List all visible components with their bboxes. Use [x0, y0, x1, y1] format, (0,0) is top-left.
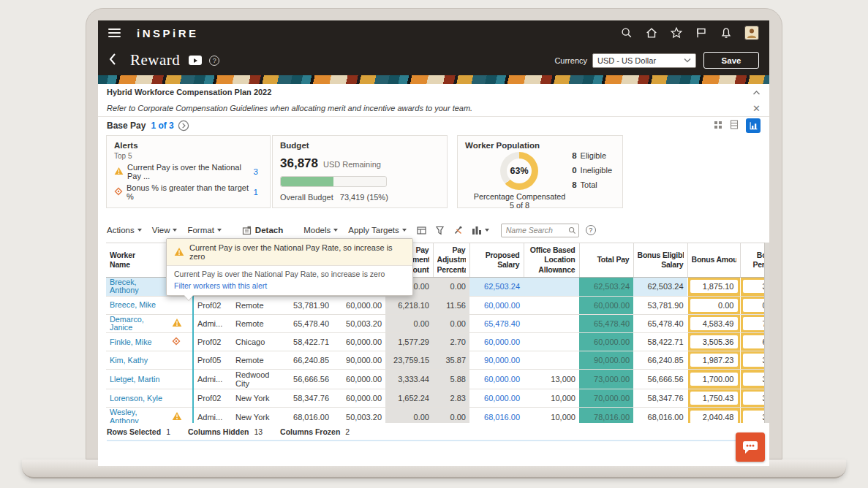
user-avatar[interactable]	[744, 26, 759, 40]
back-chevron-icon[interactable]	[108, 53, 118, 69]
diamond-icon	[172, 337, 181, 346]
bonus-value-input[interactable]: 1,875.10	[690, 280, 738, 293]
list-view-icon[interactable]	[730, 119, 739, 132]
worker-name-link[interactable]: Kim, Kathy	[110, 357, 165, 365]
worker-name-link[interactable]: Breece, Mike	[110, 301, 165, 309]
worker-row[interactable]: Kim, KathyProf05Remote66,240.8590,000.00…	[106, 351, 769, 370]
help-icon[interactable]: ?	[209, 56, 219, 66]
grid-cell: 60,000.00	[333, 370, 385, 389]
chart-view-icon[interactable]	[746, 118, 761, 133]
alert-count-link[interactable]: 3	[254, 167, 263, 176]
bonus-value-input[interactable]: 4,583.49	[690, 317, 738, 330]
worker-name-link[interactable]: Lorenson, Kyle	[110, 394, 165, 403]
chat-icon[interactable]	[736, 432, 765, 462]
worker-name-link[interactable]: Wesley, Anthony	[110, 408, 165, 423]
grid-cell: Admi...	[193, 408, 232, 423]
models-menu[interactable]: Models	[303, 226, 338, 235]
budget-card-title: Budget	[280, 141, 439, 150]
search-icon[interactable]	[620, 26, 633, 39]
grid-cell: 58,422.71	[633, 333, 687, 351]
detach-button[interactable]: Detach	[242, 226, 283, 235]
bonus-value-input[interactable]: 2,040.48	[690, 411, 738, 423]
collapse-chevron-icon[interactable]	[752, 85, 761, 99]
total-pay-cell: 70,000.00	[579, 389, 633, 408]
top-bar: iNSPiRE	[98, 20, 769, 45]
menu-icon[interactable]	[108, 28, 121, 37]
alerts-card: Alerts Top 5 Current Pay is over the Nat…	[106, 135, 271, 208]
worker-name-cell: Breece, Mike	[106, 296, 168, 314]
home-icon[interactable]	[645, 26, 658, 39]
bonus-input-cell: 1,875.10	[687, 278, 740, 297]
grid-cell: 60,000.00	[333, 389, 385, 408]
worker-name-link[interactable]: Demarco, Janice	[110, 316, 165, 332]
proposed-salary-link[interactable]: 60,000.00	[484, 301, 520, 310]
column-header[interactable]: PayAdjustmenPercentag	[433, 243, 469, 278]
worker-name-cell: Kim, Kathy	[106, 351, 168, 370]
currency-select[interactable]: USD - US Dollar	[592, 53, 696, 68]
population-stat: 8Total	[572, 180, 612, 189]
alerts-card-title: Alerts	[114, 141, 263, 150]
bonus-value-input[interactable]: 0.00	[690, 299, 738, 312]
bonus-value-input[interactable]: 1,987.23	[690, 354, 738, 367]
proposed-salary-link[interactable]: 90,000.00	[484, 356, 520, 365]
filter-workers-link[interactable]: Filter workers with this alert	[167, 280, 412, 295]
proposed-salary-link[interactable]: 62,503.24	[484, 282, 520, 291]
bonus-value-input[interactable]: 1,700.00	[690, 373, 738, 386]
grid-cell: Remote	[232, 296, 286, 314]
column-header[interactable]: Bonus Amount	[687, 243, 740, 278]
proposed-salary-link[interactable]: 65,478.40	[484, 319, 520, 328]
population-stat: 0Ineligible	[572, 166, 612, 175]
worker-row[interactable]: Demarco, JaniceAdmi...Remote65,478.4050,…	[106, 314, 769, 333]
total-pay-cell: 62,503.24	[579, 278, 633, 297]
worker-row[interactable]: Finkle, MikeProf02Chicago58,422.7160,000…	[106, 333, 769, 351]
alert-summary-text: Bonus % is greater than the target %	[127, 183, 254, 201]
column-header[interactable]: WorkerName	[106, 243, 168, 278]
notifications-bell-icon[interactable]	[720, 26, 733, 39]
worker-name-link[interactable]: Brecek, Anthony	[110, 278, 165, 295]
bonus-value-input[interactable]: 3,505.36	[690, 335, 738, 348]
alert-cell	[168, 351, 193, 370]
calculated-cell: 6,218.10	[385, 296, 433, 314]
diamond-icon	[114, 186, 123, 199]
column-settings-icon[interactable]	[472, 226, 489, 235]
flag-icon[interactable]	[695, 26, 708, 39]
bonus-value-input[interactable]: 1,750.43	[690, 392, 738, 405]
column-header[interactable]: ProposedSalary	[469, 243, 524, 278]
worker-row[interactable]: Lletget, MartinAdmi...Redwood City56,666…	[106, 370, 769, 389]
next-section-icon[interactable]	[178, 120, 189, 131]
actions-menu[interactable]: Actions	[107, 226, 142, 235]
column-header[interactable]: Office BasedLocationAllowance	[524, 243, 579, 278]
grid-cell	[524, 351, 579, 370]
calculated-cell: 5.88	[433, 370, 469, 389]
apply-targets-menu[interactable]: Apply Targets	[348, 226, 406, 235]
proposed-salary-link[interactable]: 60,000.00	[484, 375, 520, 384]
tools-icon[interactable]	[453, 226, 463, 235]
close-icon[interactable]: ✕	[752, 104, 761, 113]
help-icon[interactable]: ?	[586, 225, 596, 235]
worker-name-link[interactable]: Lletget, Martin	[110, 375, 165, 384]
population-caption: Percentage Compensated 5 of 8	[459, 192, 580, 210]
worker-name-link[interactable]: Finkle, Mike	[110, 338, 165, 346]
worker-row[interactable]: Breece, MikeProf02Remote53,781.9060,000.…	[106, 296, 769, 314]
calculated-cell: 3,333.44	[385, 370, 433, 389]
video-icon[interactable]	[189, 56, 202, 65]
proposed-salary-cell: 62,503.24	[469, 278, 524, 297]
freeze-panes-icon[interactable]	[417, 226, 426, 235]
save-button[interactable]: Save	[703, 52, 759, 69]
grid-view-icon[interactable]	[714, 119, 722, 132]
proposed-salary-link[interactable]: 68,016.00	[484, 413, 520, 422]
column-header[interactable]: Bonus EligibleSalary	[633, 243, 687, 278]
alert-count-link[interactable]: 1	[254, 188, 263, 197]
column-header[interactable]: Total Pay	[579, 243, 633, 278]
proposed-salary-link[interactable]: 60,000.00	[484, 338, 520, 346]
worker-row[interactable]: Lorenson, KyleProf02New York58,347.7660,…	[106, 389, 769, 408]
format-menu[interactable]: Format	[187, 226, 221, 235]
filter-icon[interactable]	[435, 226, 445, 235]
vertical-scrollbar[interactable]	[764, 243, 769, 423]
proposed-salary-cell: 60,000.00	[469, 389, 524, 408]
name-search-input[interactable]	[501, 224, 579, 237]
proposed-salary-link[interactable]: 60,000.00	[484, 394, 520, 403]
favorites-star-icon[interactable]	[670, 26, 683, 39]
worker-row[interactable]: Wesley, AnthonyAdmi...New York68,016.005…	[106, 408, 769, 423]
view-menu[interactable]: View	[152, 226, 178, 235]
